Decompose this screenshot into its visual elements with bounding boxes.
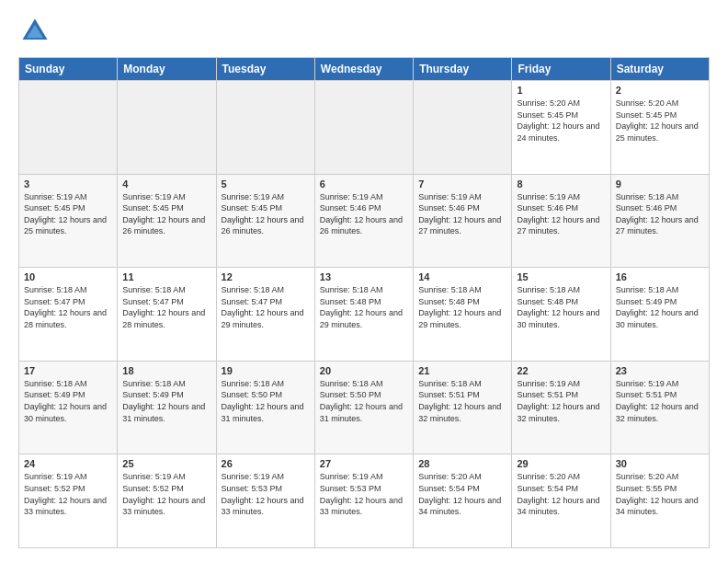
day-info: Sunrise: 5:18 AMSunset: 5:51 PMDaylight:… [418, 378, 506, 424]
weekday-header-tuesday: Tuesday [216, 58, 314, 81]
day-number: 2 [616, 85, 704, 96]
calendar-cell: 27Sunrise: 5:19 AMSunset: 5:53 PMDayligh… [314, 454, 413, 548]
logo [18, 15, 57, 48]
day-info: Sunrise: 5:18 AMSunset: 5:48 PMDaylight:… [517, 284, 605, 330]
calendar-cell: 12Sunrise: 5:18 AMSunset: 5:47 PMDayligh… [216, 268, 314, 362]
day-info: Sunrise: 5:20 AMSunset: 5:45 PMDaylight:… [517, 98, 605, 144]
calendar-cell: 4Sunrise: 5:19 AMSunset: 5:45 PMDaylight… [118, 174, 216, 268]
calendar-cell: 5Sunrise: 5:19 AMSunset: 5:45 PMDaylight… [216, 174, 314, 268]
calendar-cell: 13Sunrise: 5:18 AMSunset: 5:48 PMDayligh… [314, 268, 413, 362]
calendar-cell: 19Sunrise: 5:18 AMSunset: 5:50 PMDayligh… [216, 361, 314, 454]
calendar-cell: 8Sunrise: 5:19 AMSunset: 5:46 PMDaylight… [512, 174, 610, 268]
day-info: Sunrise: 5:18 AMSunset: 5:50 PMDaylight:… [320, 378, 408, 424]
day-number: 11 [122, 271, 210, 282]
calendar-cell: 3Sunrise: 5:19 AMSunset: 5:45 PMDaylight… [19, 174, 118, 268]
page: SundayMondayTuesdayWednesdayThursdayFrid… [0, 0, 728, 563]
day-number: 19 [222, 365, 310, 376]
day-number: 26 [222, 458, 310, 469]
day-info: Sunrise: 5:20 AMSunset: 5:45 PMDaylight:… [616, 98, 704, 144]
day-number: 18 [122, 365, 210, 376]
calendar-cell: 15Sunrise: 5:18 AMSunset: 5:48 PMDayligh… [512, 268, 610, 362]
weekday-header-monday: Monday [118, 58, 216, 81]
calendar-cell: 18Sunrise: 5:18 AMSunset: 5:49 PMDayligh… [118, 361, 216, 454]
day-info: Sunrise: 5:18 AMSunset: 5:50 PMDaylight:… [222, 378, 310, 424]
day-number: 13 [320, 271, 408, 282]
day-number: 20 [320, 365, 408, 376]
day-info: Sunrise: 5:19 AMSunset: 5:52 PMDaylight:… [24, 471, 112, 517]
calendar-cell: 17Sunrise: 5:18 AMSunset: 5:49 PMDayligh… [19, 361, 118, 454]
calendar-cell [314, 81, 413, 175]
day-number: 7 [418, 178, 506, 190]
day-number: 8 [517, 178, 605, 190]
calendar-cell: 11Sunrise: 5:18 AMSunset: 5:47 PMDayligh… [118, 268, 216, 362]
calendar-cell: 6Sunrise: 5:19 AMSunset: 5:46 PMDaylight… [314, 174, 413, 268]
day-number: 15 [517, 271, 605, 282]
calendar-cell: 22Sunrise: 5:19 AMSunset: 5:51 PMDayligh… [512, 361, 610, 454]
day-number: 14 [418, 271, 506, 282]
day-number: 21 [418, 365, 506, 376]
calendar-cell: 28Sunrise: 5:20 AMSunset: 5:54 PMDayligh… [414, 454, 512, 548]
day-info: Sunrise: 5:19 AMSunset: 5:45 PMDaylight:… [24, 191, 112, 237]
calendar-cell [118, 81, 216, 175]
day-number: 16 [616, 271, 704, 282]
weekday-header-sunday: Sunday [19, 58, 118, 81]
day-number: 3 [24, 178, 112, 190]
weekday-header-row: SundayMondayTuesdayWednesdayThursdayFrid… [19, 58, 710, 81]
calendar-week-row: 1Sunrise: 5:20 AMSunset: 5:45 PMDaylight… [19, 81, 710, 175]
day-info: Sunrise: 5:19 AMSunset: 5:53 PMDaylight:… [222, 471, 310, 517]
day-number: 22 [517, 365, 605, 376]
weekday-header-friday: Friday [512, 58, 610, 81]
header [18, 15, 710, 48]
logo-icon [18, 15, 51, 48]
day-number: 27 [320, 458, 408, 469]
day-info: Sunrise: 5:19 AMSunset: 5:45 PMDaylight:… [222, 191, 310, 237]
calendar-cell [19, 81, 118, 175]
day-info: Sunrise: 5:18 AMSunset: 5:49 PMDaylight:… [122, 378, 210, 424]
calendar-cell: 23Sunrise: 5:19 AMSunset: 5:51 PMDayligh… [610, 361, 709, 454]
day-number: 6 [320, 178, 408, 190]
calendar-week-row: 3Sunrise: 5:19 AMSunset: 5:45 PMDaylight… [19, 174, 710, 268]
day-info: Sunrise: 5:18 AMSunset: 5:47 PMDaylight:… [122, 284, 210, 330]
weekday-header-thursday: Thursday [414, 58, 512, 81]
calendar-cell: 24Sunrise: 5:19 AMSunset: 5:52 PMDayligh… [19, 454, 118, 548]
calendar-cell: 2Sunrise: 5:20 AMSunset: 5:45 PMDaylight… [610, 81, 709, 175]
day-info: Sunrise: 5:19 AMSunset: 5:51 PMDaylight:… [616, 378, 704, 424]
calendar-cell: 21Sunrise: 5:18 AMSunset: 5:51 PMDayligh… [414, 361, 512, 454]
weekday-header-saturday: Saturday [610, 58, 709, 81]
day-info: Sunrise: 5:18 AMSunset: 5:47 PMDaylight:… [24, 284, 112, 330]
day-info: Sunrise: 5:18 AMSunset: 5:46 PMDaylight:… [616, 191, 704, 237]
day-info: Sunrise: 5:19 AMSunset: 5:46 PMDaylight:… [320, 191, 408, 237]
day-info: Sunrise: 5:20 AMSunset: 5:55 PMDaylight:… [616, 471, 704, 517]
calendar-week-row: 24Sunrise: 5:19 AMSunset: 5:52 PMDayligh… [19, 454, 710, 548]
day-info: Sunrise: 5:19 AMSunset: 5:46 PMDaylight:… [517, 191, 605, 237]
day-info: Sunrise: 5:19 AMSunset: 5:53 PMDaylight:… [320, 471, 408, 517]
day-number: 30 [616, 458, 704, 469]
calendar-cell: 20Sunrise: 5:18 AMSunset: 5:50 PMDayligh… [314, 361, 413, 454]
calendar-cell: 29Sunrise: 5:20 AMSunset: 5:54 PMDayligh… [512, 454, 610, 548]
day-number: 25 [122, 458, 210, 469]
day-number: 1 [517, 85, 605, 96]
day-number: 29 [517, 458, 605, 469]
calendar-cell [414, 81, 512, 175]
day-info: Sunrise: 5:18 AMSunset: 5:49 PMDaylight:… [616, 284, 704, 330]
day-info: Sunrise: 5:20 AMSunset: 5:54 PMDaylight:… [517, 471, 605, 517]
day-info: Sunrise: 5:18 AMSunset: 5:47 PMDaylight:… [222, 284, 310, 330]
day-info: Sunrise: 5:19 AMSunset: 5:46 PMDaylight:… [418, 191, 506, 237]
day-info: Sunrise: 5:18 AMSunset: 5:48 PMDaylight:… [418, 284, 506, 330]
calendar-week-row: 10Sunrise: 5:18 AMSunset: 5:47 PMDayligh… [19, 268, 710, 362]
day-info: Sunrise: 5:19 AMSunset: 5:45 PMDaylight:… [122, 191, 210, 237]
day-number: 5 [222, 178, 310, 190]
calendar-week-row: 17Sunrise: 5:18 AMSunset: 5:49 PMDayligh… [19, 361, 710, 454]
calendar-cell: 10Sunrise: 5:18 AMSunset: 5:47 PMDayligh… [19, 268, 118, 362]
calendar-table: SundayMondayTuesdayWednesdayThursdayFrid… [18, 57, 710, 548]
day-info: Sunrise: 5:18 AMSunset: 5:48 PMDaylight:… [320, 284, 408, 330]
day-info: Sunrise: 5:20 AMSunset: 5:54 PMDaylight:… [418, 471, 506, 517]
calendar-cell: 30Sunrise: 5:20 AMSunset: 5:55 PMDayligh… [610, 454, 709, 548]
day-number: 10 [24, 271, 112, 282]
day-number: 9 [616, 178, 704, 190]
day-number: 12 [222, 271, 310, 282]
day-info: Sunrise: 5:19 AMSunset: 5:51 PMDaylight:… [517, 378, 605, 424]
day-number: 4 [122, 178, 210, 190]
calendar-cell: 14Sunrise: 5:18 AMSunset: 5:48 PMDayligh… [414, 268, 512, 362]
calendar-cell: 16Sunrise: 5:18 AMSunset: 5:49 PMDayligh… [610, 268, 709, 362]
